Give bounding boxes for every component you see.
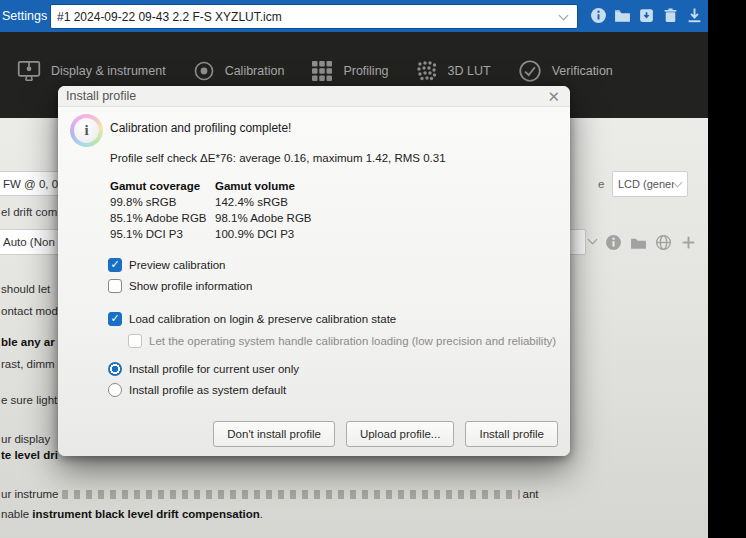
tab-3d-lut[interactable]: 3D LUT	[415, 59, 491, 83]
checkbox-load-calibration-on-login[interactable]: Load calibration on login & preserve cal…	[108, 312, 396, 326]
tab-calibration[interactable]: Calibration	[192, 59, 285, 83]
help-text-fragment: ur instrume	[1, 488, 59, 500]
radio-label: Install profile as system default	[129, 384, 286, 396]
archive-profile-icon[interactable]	[638, 7, 655, 24]
install-profile-dialog: Install profile ✕ i Calibration and prof…	[58, 86, 570, 456]
dont-install-profile-button[interactable]: Don't install profile	[213, 421, 335, 447]
upload-profile-button[interactable]: Upload profile...	[346, 421, 455, 447]
info-icon[interactable]	[590, 7, 607, 24]
gamut-volume-header: Gamut volume	[215, 180, 312, 192]
help-text-fragment: ble any ar	[1, 336, 55, 348]
settings-label: Settings	[2, 9, 47, 23]
checkbox-checked-icon[interactable]	[108, 312, 122, 326]
display-instrument-icon	[16, 58, 42, 84]
radio-install-current-user[interactable]: Install profile for current user only	[108, 362, 299, 376]
install-profile-button[interactable]: Install profile	[465, 421, 558, 447]
tab-label: Profiling	[343, 64, 388, 78]
settings-toolbar: Settings #1 2024-09-22 09-43 2.2 F-S XYZ…	[0, 0, 709, 32]
help-text-fragment: instrument black level drift compensatio…	[32, 508, 260, 520]
tab-display-instrument[interactable]: Display & instrument	[16, 58, 166, 84]
help-text-fragment: e sure light	[1, 394, 57, 406]
help-text-fragment: ur display	[1, 433, 50, 445]
tab-verification[interactable]: Verification	[517, 58, 613, 84]
tab-label: Calibration	[225, 64, 285, 78]
desktop-background: Settings #1 2024-09-22 09-43 2.2 F-S XYZ…	[0, 0, 746, 538]
checkbox-os-handle-calibration: Let the operating system handle calibrat…	[128, 334, 556, 348]
checkbox-disabled-icon	[128, 334, 142, 348]
checkbox-checked-icon[interactable]	[108, 258, 122, 272]
lut3d-dots-icon	[415, 59, 439, 83]
checkbox-label: Show profile information	[129, 280, 252, 292]
profiling-grid-icon	[310, 59, 334, 83]
chevron-down-icon[interactable]	[588, 235, 598, 245]
help-text-fragment: te level dri	[1, 449, 58, 461]
drift-compensation-label-fragment: el drift com	[1, 206, 57, 218]
checkbox-unchecked-icon[interactable]	[108, 279, 122, 293]
mode-combobox[interactable]: LCD (generic)	[612, 171, 688, 197]
info-color-icon: i	[70, 114, 103, 147]
completion-message: Calibration and profiling complete!	[110, 121, 291, 135]
help-text-fragment: .	[260, 508, 263, 520]
gamut-coverage-dcip3: 95.1% DCI P3	[110, 228, 215, 240]
self-check-summary: Profile self check ΔE*76: average 0.16, …	[110, 152, 446, 164]
download-icon[interactable]	[686, 7, 703, 24]
checkbox-label: Let the operating system handle calibrat…	[149, 335, 556, 347]
gamut-coverage-header: Gamut coverage	[110, 180, 215, 192]
correction-folder-icon[interactable]	[630, 234, 647, 251]
correction-combobox-value: Auto (Non	[0, 236, 55, 248]
trash-icon[interactable]	[662, 7, 679, 24]
correction-add-icon[interactable]	[680, 234, 697, 251]
radio-install-system-default[interactable]: Install profile as system default	[108, 383, 286, 397]
checkbox-label: Preview calibration	[129, 259, 226, 271]
chevron-down-icon	[673, 178, 683, 188]
help-text-fragment: ontact mod	[1, 305, 58, 317]
gamut-coverage-srgb: 99.8% sRGB	[110, 196, 215, 208]
correction-combobox[interactable]: Auto (Non	[0, 229, 60, 255]
dialog-titlebar[interactable]: Install profile ✕	[58, 86, 570, 107]
checkbox-show-profile-information[interactable]: Show profile information	[108, 279, 252, 293]
correction-info-icon[interactable]	[605, 234, 622, 251]
close-icon[interactable]: ✕	[547, 89, 560, 104]
help-text-fragment: rast, dimm	[1, 358, 55, 370]
display-combobox-value: FW @ 0, 0	[0, 178, 58, 190]
checkbox-label: Load calibration on login & preserve cal…	[129, 313, 396, 325]
gamut-volume-adobergb: 98.1% Adobe RGB	[215, 212, 312, 224]
calibration-target-icon	[192, 59, 216, 83]
help-text-line: ur instrume ant	[1, 488, 539, 500]
checkbox-preview-calibration[interactable]: Preview calibration	[108, 258, 226, 272]
occluded-text-region	[62, 490, 520, 499]
gamut-coverage-adobergb: 85.1% Adobe RGB	[110, 212, 215, 224]
settings-profile-value: #1 2024-09-22 09-43 2.2 F-S XYZLUT.icm	[51, 10, 560, 24]
dialog-title: Install profile	[58, 89, 136, 103]
gamut-volume-dcip3: 100.9% DCI P3	[215, 228, 312, 240]
open-folder-icon[interactable]	[614, 7, 631, 24]
mode-combobox-value: LCD (generic)	[613, 178, 674, 190]
tab-label: 3D LUT	[448, 64, 491, 78]
help-text-fragment: ant	[523, 488, 539, 500]
displaycal-main-window: Display & instrument Calibration Profili…	[0, 32, 708, 538]
correction-web-icon[interactable]	[655, 234, 672, 251]
tab-label: Display & instrument	[51, 64, 166, 78]
gamut-volume-srgb: 142.4% sRGB	[215, 196, 312, 208]
radio-unselected-icon[interactable]	[108, 383, 122, 397]
verification-check-icon	[517, 58, 543, 84]
gamut-table: Gamut coverage Gamut volume 99.8% sRGB 1…	[110, 180, 312, 240]
mode-label-fragment: e	[598, 178, 604, 190]
radio-selected-icon[interactable]	[108, 362, 122, 376]
settings-profile-combobox[interactable]: #1 2024-09-22 09-43 2.2 F-S XYZLUT.icm	[50, 4, 578, 29]
help-text-line: nable instrument black level drift compe…	[1, 508, 263, 520]
radio-label: Install profile for current user only	[129, 363, 299, 375]
dialog-button-row: Don't install profile Upload profile... …	[213, 421, 558, 447]
chevron-down-icon	[559, 10, 569, 20]
tab-label: Verification	[552, 64, 613, 78]
help-text-fragment: should let	[1, 283, 50, 295]
tab-profiling[interactable]: Profiling	[310, 59, 388, 83]
help-text-fragment: nable	[1, 508, 32, 520]
desktop-gap	[708, 0, 746, 538]
